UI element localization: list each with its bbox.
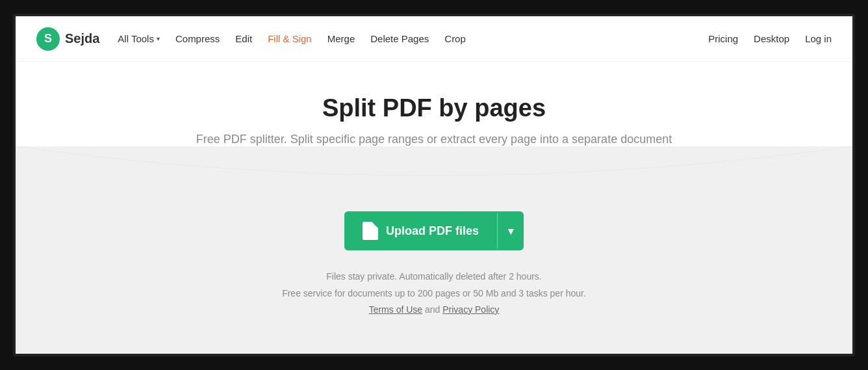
nav-delete-pages[interactable]: Delete Pages (370, 33, 429, 44)
pdf-upload-icon (363, 222, 378, 240)
nav-login[interactable]: Log in (805, 33, 832, 44)
upload-btn-label: Upload PDF files (386, 224, 479, 238)
and-text: and (425, 304, 442, 315)
navbar-right: Pricing Desktop Log in (708, 33, 832, 44)
upload-btn-main: Upload PDF files (344, 211, 497, 250)
chevron-down-icon: ▾ (157, 35, 160, 42)
privacy-info: Files stay private. Automatically delete… (29, 269, 839, 301)
navbar-left: S Sejda All Tools ▾ Compress Edit Fill &… (36, 27, 466, 51)
logo-icon: S (36, 27, 60, 51)
upload-btn-wrapper: Upload PDF files ▾ (29, 211, 839, 250)
privacy-links: Terms of Use and Privacy Policy (29, 304, 839, 315)
hero-upper: Split PDF by pages Free PDF splitter. Sp… (16, 62, 852, 146)
curved-container: Upload PDF files ▾ Files stay private. A… (16, 146, 852, 353)
nav-all-tools[interactable]: All Tools ▾ (118, 33, 160, 44)
nav-desktop[interactable]: Desktop (754, 33, 789, 44)
privacy-line2: Free service for documents up to 200 pag… (29, 285, 839, 302)
nav-pricing[interactable]: Pricing (708, 33, 738, 44)
privacy-policy-link[interactable]: Privacy Policy (442, 304, 499, 315)
hero-subtitle: Free PDF splitter. Split specific page r… (29, 133, 839, 146)
browser-frame: S Sejda All Tools ▾ Compress Edit Fill &… (13, 14, 855, 356)
nav-merge[interactable]: Merge (327, 33, 355, 44)
curve-decoration (16, 146, 852, 192)
privacy-line1: Files stay private. Automatically delete… (29, 269, 839, 285)
nav-links: All Tools ▾ Compress Edit Fill & Sign Me… (118, 33, 465, 44)
nav-compress[interactable]: Compress (175, 33, 220, 44)
nav-edit[interactable]: Edit (235, 33, 252, 44)
upload-button[interactable]: Upload PDF files ▾ (344, 211, 524, 250)
hero-title: Split PDF by pages (29, 94, 839, 122)
dropdown-arrow-icon: ▾ (508, 226, 513, 237)
nav-fill-sign[interactable]: Fill & Sign (268, 33, 312, 44)
upload-content: Upload PDF files ▾ Files stay private. A… (16, 192, 852, 353)
logo-name: Sejda (65, 31, 99, 46)
navbar: S Sejda All Tools ▾ Compress Edit Fill &… (16, 16, 852, 62)
terms-of-use-link[interactable]: Terms of Use (369, 304, 422, 315)
nav-crop[interactable]: Crop (444, 33, 466, 44)
logo[interactable]: S Sejda (36, 27, 99, 51)
upload-btn-dropdown[interactable]: ▾ (498, 215, 524, 248)
